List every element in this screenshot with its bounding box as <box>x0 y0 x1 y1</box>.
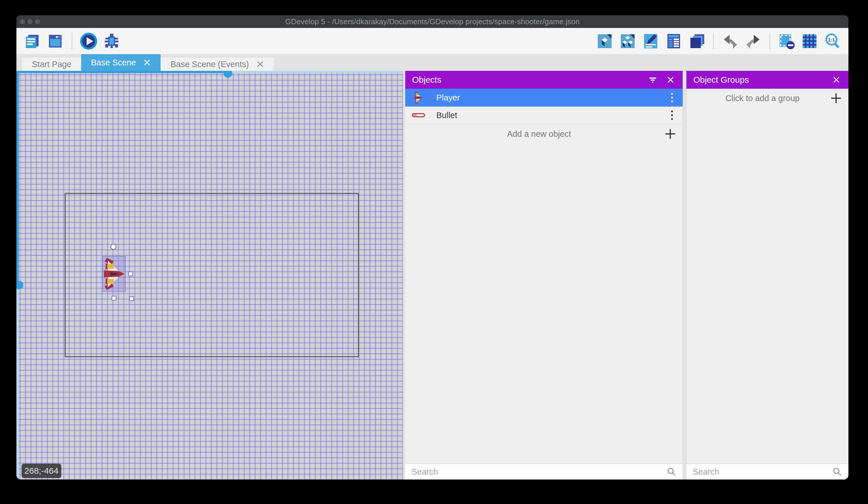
objects-panel-title: Objects <box>412 75 442 85</box>
add-object-label: Add a new object <box>413 129 665 139</box>
toolbar-left-group <box>23 32 121 51</box>
object-groups-panel: Object Groups Click to add a group <box>686 71 848 480</box>
play-icon[interactable] <box>79 32 98 51</box>
resize-handle-right[interactable] <box>128 272 133 276</box>
tab-start-page[interactable]: Start Page <box>22 58 81 71</box>
canvas-vertical-scrollbar[interactable] <box>17 71 19 480</box>
editor-tab-bar: Start Page Base Scene Base Scene (Events… <box>17 54 848 71</box>
layers-icon[interactable] <box>687 32 706 51</box>
object-menu-icon[interactable] <box>668 93 676 102</box>
traffic-lights <box>20 15 40 28</box>
grid-icon[interactable] <box>800 32 819 51</box>
title-bar: GDevelop 5 - /Users/dkarakay/Documents/G… <box>17 15 848 28</box>
groups-list-empty-area <box>686 108 848 463</box>
add-group-label: Click to add a group <box>694 94 831 103</box>
object-groups-panel-header: Object Groups <box>686 71 848 89</box>
close-window-button[interactable] <box>20 19 25 24</box>
hscroll-handle[interactable] <box>224 71 232 78</box>
zoom-level-label: 1:1 <box>828 37 835 43</box>
content-area: 268;-464 Objects <box>17 71 848 480</box>
groups-search-bar <box>686 463 848 480</box>
toolbar-separator <box>72 33 72 50</box>
close-tab-icon[interactable] <box>143 59 151 66</box>
objects-panel-header: Objects <box>405 71 683 89</box>
tab-label: Base Scene (Events) <box>170 60 249 69</box>
vscroll-handle[interactable] <box>17 281 23 290</box>
objects-panel: Objects <box>405 71 683 480</box>
objects-list-empty-area <box>405 143 683 463</box>
bullet-thumbnail <box>412 108 425 122</box>
close-tab-icon[interactable] <box>256 60 264 68</box>
object-groups-editor-icon[interactable] <box>618 32 637 51</box>
properties-icon[interactable] <box>641 32 660 51</box>
selected-instance-player[interactable] <box>102 256 126 292</box>
window-mask-icon[interactable] <box>777 32 796 51</box>
project-manager-icon[interactable] <box>23 32 42 51</box>
tab-label: Base Scene <box>91 58 136 67</box>
add-group-plus-icon[interactable] <box>831 93 841 103</box>
object-row-player[interactable]: Player <box>405 89 683 107</box>
resize-handle-bottom[interactable] <box>112 296 116 300</box>
close-panel-icon[interactable] <box>831 74 841 85</box>
search-icon <box>832 467 842 477</box>
object-menu-icon[interactable] <box>668 111 676 120</box>
tab-base-scene-events[interactable]: Base Scene (Events) <box>161 58 273 71</box>
canvas-horizontal-scrollbar[interactable] <box>17 71 403 73</box>
instances-list-icon[interactable] <box>664 32 683 51</box>
minimize-window-button[interactable] <box>27 19 32 24</box>
redo-icon[interactable] <box>744 32 763 51</box>
object-name: Bullet <box>436 111 668 120</box>
cursor-coordinates-badge: 268;-464 <box>22 464 61 478</box>
undo-icon[interactable] <box>721 32 740 51</box>
panel-resizer[interactable] <box>403 71 405 480</box>
maximize-window-button[interactable] <box>35 19 40 24</box>
player-ship-sprite <box>102 256 126 292</box>
screen: GDevelop 5 - /Users/dkarakay/Documents/G… <box>0 0 868 504</box>
add-object-plus-icon[interactable] <box>665 129 675 139</box>
scene-properties-icon[interactable] <box>46 32 65 51</box>
hscroll-thumb[interactable] <box>17 71 228 73</box>
panel-resizer[interactable] <box>683 71 686 480</box>
filter-icon[interactable] <box>648 74 658 85</box>
add-object-row[interactable]: Add a new object <box>405 124 683 143</box>
scene-canvas[interactable]: 268;-464 <box>17 71 403 480</box>
objects-search-input[interactable] <box>412 467 666 477</box>
groups-search-input[interactable] <box>693 467 832 477</box>
toolbar-right-group: 1:1 <box>595 32 842 51</box>
window-title: GDevelop 5 - /Users/dkarakay/Documents/G… <box>285 17 580 26</box>
zoom-original-icon[interactable]: 1:1 <box>823 32 842 51</box>
resize-handle-corner[interactable] <box>129 296 134 301</box>
rotation-handle[interactable] <box>111 244 116 250</box>
close-panel-icon[interactable] <box>665 74 676 85</box>
objects-search-bar <box>405 463 683 480</box>
tab-label: Start Page <box>32 60 71 69</box>
toolbar-separator <box>713 33 714 50</box>
objects-editor-icon[interactable] <box>595 32 614 51</box>
toolbar-separator <box>769 33 770 50</box>
app-window: GDevelop 5 - /Users/dkarakay/Documents/G… <box>17 15 848 480</box>
main-toolbar: 1:1 <box>17 28 848 54</box>
vscroll-thumb[interactable] <box>17 71 19 285</box>
object-groups-panel-title: Object Groups <box>693 75 749 85</box>
add-group-row[interactable]: Click to add a group <box>686 89 848 108</box>
debug-icon[interactable] <box>102 32 121 51</box>
search-icon <box>666 467 676 477</box>
object-row-bullet[interactable]: Bullet <box>405 107 683 124</box>
tab-base-scene[interactable]: Base Scene <box>81 54 161 71</box>
player-thumbnail <box>412 91 425 104</box>
object-name: Player <box>436 93 668 102</box>
